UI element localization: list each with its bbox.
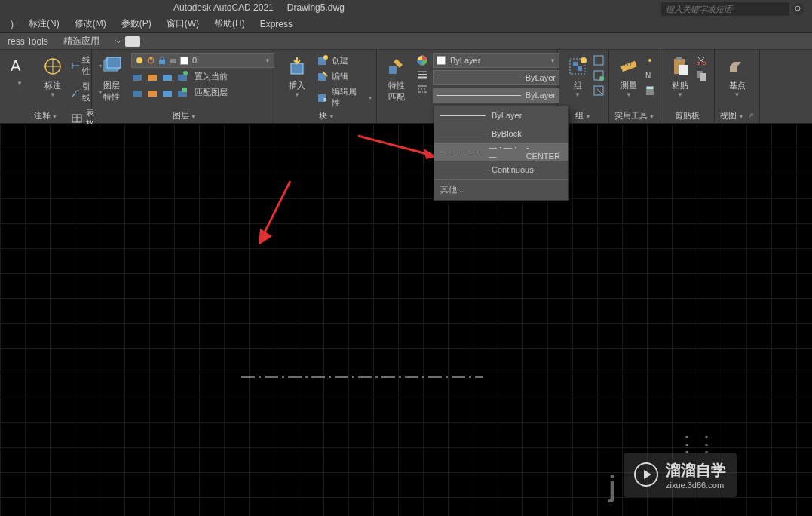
panel-view: 基点 ▼ 视图▼↗ — [715, 50, 760, 123]
dim-label: 标注 — [44, 80, 61, 91]
layer-tool-icon[interactable] — [146, 70, 158, 82]
menu-item-param[interactable]: 参数(P) — [114, 14, 159, 33]
svg-rect-21 — [133, 75, 142, 81]
svg-point-0 — [795, 6, 800, 11]
calc-icon[interactable] — [644, 84, 656, 97]
panel-label-util: 实用工具▼ — [609, 110, 660, 121]
set-current-button[interactable]: 置为当前 — [195, 71, 228, 82]
tab-express-tools[interactable]: ress Tools — [0, 34, 56, 49]
app-title: Autodesk AutoCAD 2021 — [173, 2, 274, 13]
base-point-button[interactable]: 基点 ▼ — [719, 53, 755, 101]
layer-tool-icon[interactable] — [131, 70, 143, 82]
linetype-combo[interactable]: ByLayer▼ — [433, 88, 559, 103]
copy-icon[interactable] — [695, 69, 707, 81]
menu-item-express[interactable]: Express — [253, 16, 300, 32]
linetype-item-byblock[interactable]: ByBlock — [434, 124, 568, 143]
linetype-item-center[interactable]: — · — · —- CENTER — [434, 143, 568, 161]
edit-block-button[interactable]: 编辑 — [317, 70, 372, 82]
lineweight-icon[interactable] — [416, 69, 428, 81]
svg-rect-49 — [594, 56, 603, 65]
svg-rect-63 — [679, 65, 688, 75]
svg-rect-22 — [148, 75, 157, 81]
annotation-arrow-1 — [354, 132, 437, 162]
insert-button[interactable]: 插入 ▼ — [282, 53, 312, 110]
svg-rect-15 — [107, 57, 121, 68]
cut-icon[interactable] — [695, 54, 707, 66]
panel-annotate: A ▼ 标注 ▼ 线性▾ 引线▾ 表格 — [0, 50, 92, 123]
panel-measure: 测量 ▼ N 实用工具▼ — [609, 50, 660, 123]
linetype-item-continuous[interactable]: Continuous — [434, 161, 568, 179]
svg-text:N: N — [645, 72, 651, 80]
panel-label-layers: 图层▼ — [92, 110, 277, 121]
group-edit-icon[interactable] — [593, 69, 605, 81]
svg-rect-28 — [163, 91, 172, 97]
layer-tool-icon[interactable] — [161, 70, 173, 82]
svg-text:a: a — [323, 96, 327, 103]
paste-button[interactable]: 粘贴 ▼ — [665, 53, 695, 101]
search-icon[interactable] — [792, 3, 804, 15]
svg-point-18 — [149, 57, 152, 60]
group-select-icon[interactable] — [593, 84, 605, 97]
ribbon-tabbar: ress Tools 精选应用 — [0, 33, 812, 50]
measure-button[interactable]: 测量 ▼ — [614, 53, 644, 101]
tab-switcher[interactable] — [115, 36, 149, 47]
panel-layers: 图层 特性 0 ▼ 置为当前 — [92, 50, 277, 123]
layer-combo[interactable]: 0 ▼ — [131, 53, 274, 68]
svg-line-1 — [800, 11, 802, 13]
svg-point-48 — [581, 57, 587, 63]
svg-rect-62 — [676, 57, 682, 60]
svg-line-68 — [358, 136, 430, 155]
group-button[interactable]: 组 ▼ — [562, 53, 593, 101]
annotation-arrow-2 — [253, 177, 298, 245]
create-block-button[interactable]: 创建 — [317, 54, 372, 66]
watermark: ⋮⋮ j 溜溜自学 zixue.3d66.com — [624, 448, 774, 501]
linetype-other[interactable]: 其他... — [434, 179, 568, 200]
color-combo[interactable]: ByLayer▼ — [433, 53, 559, 68]
svg-point-57 — [648, 59, 651, 62]
layer-tool-icon[interactable] — [131, 86, 143, 98]
svg-rect-53 — [620, 61, 637, 72]
ribbon: A ▼ 标注 ▼ 线性▾ 引线▾ 表格 — [0, 50, 812, 124]
menu-item-modify[interactable]: 修改(M) — [67, 14, 114, 33]
svg-rect-46 — [573, 62, 578, 66]
svg-point-25 — [183, 71, 188, 75]
menu-item-help[interactable]: 帮助(H) — [207, 14, 253, 33]
svg-rect-26 — [133, 91, 142, 97]
panel-label-clipboard: 剪贴板 — [660, 110, 714, 121]
panel-label-block: 块▼ — [277, 110, 376, 121]
match-layer-button[interactable]: 匹配图层 — [195, 87, 228, 98]
point-icon[interactable] — [644, 54, 656, 66]
svg-text:A: A — [11, 57, 21, 74]
search-input[interactable] — [661, 2, 789, 16]
menu-item-dim[interactable]: 标注(N) — [21, 14, 67, 33]
lineweight-combo[interactable]: ByLayer▼ — [433, 70, 559, 85]
layer-tool-icon[interactable] — [176, 86, 188, 98]
color-wheel-icon[interactable] — [416, 54, 428, 66]
play-icon — [634, 462, 658, 487]
layer-properties-button[interactable]: 图层 特性 — [97, 53, 127, 106]
count-icon[interactable]: N — [644, 69, 656, 81]
layer-tool-icon[interactable] — [161, 86, 173, 98]
svg-point-16 — [136, 57, 142, 63]
panel-block: 插入 ▼ 创建 编辑 a 编辑属性▾ 块▼ — [277, 50, 377, 123]
svg-line-70 — [264, 181, 290, 234]
ungroup-icon[interactable] — [593, 54, 605, 66]
search-box — [661, 2, 804, 16]
svg-rect-19 — [159, 60, 165, 64]
svg-rect-67 — [700, 73, 706, 81]
edit-attr-button[interactable]: a 编辑属性▾ — [317, 86, 372, 109]
menu-item-window[interactable]: 窗口(W) — [159, 14, 207, 33]
panel-label-annotate: 注释▼ — [0, 110, 91, 121]
svg-rect-31 — [291, 63, 303, 74]
match-props-button[interactable]: 特性 匹配 — [381, 53, 412, 106]
layer-tool-icon[interactable] — [146, 86, 158, 98]
linetype-dropdown: ByLayer ByBlock — · — · —- CENTER Contin… — [434, 106, 569, 201]
layer-tool-icon[interactable] — [176, 70, 188, 82]
tab-featured[interactable]: 精选应用 — [56, 32, 107, 50]
doc-title: Drawing5.dwg — [287, 2, 345, 13]
linetype-icon[interactable] — [416, 83, 428, 95]
linetype-item-bylayer[interactable]: ByLayer — [434, 106, 568, 124]
svg-point-51 — [599, 76, 604, 81]
svg-rect-30 — [182, 88, 187, 92]
menu-item[interactable]: ) — [3, 16, 21, 32]
